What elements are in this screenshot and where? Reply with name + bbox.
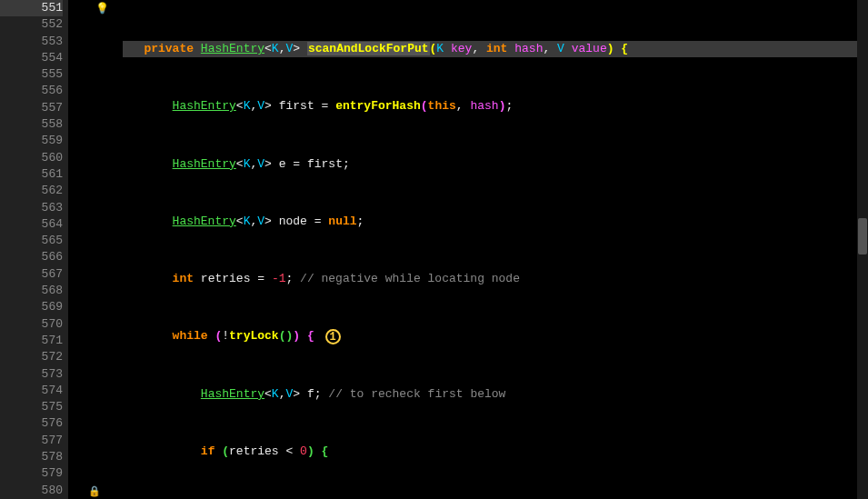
line-number[interactable]: 558	[0, 116, 63, 133]
line-number[interactable]: 562	[0, 183, 63, 199]
line-number[interactable]: 553	[0, 34, 63, 50]
comment: // to recheck first below	[328, 387, 505, 401]
line-number[interactable]: 577	[0, 433, 63, 449]
vertical-scrollbar[interactable]	[857, 0, 868, 499]
line-number[interactable]: 557	[0, 100, 63, 116]
line-number[interactable]: 563	[0, 200, 63, 216]
scrollbar-thumb[interactable]	[858, 218, 867, 254]
line-number[interactable]: 569	[0, 299, 63, 315]
line-number[interactable]: 561	[0, 166, 63, 183]
line-number[interactable]: 574	[0, 383, 63, 399]
type-hashentry: HashEntry	[201, 42, 264, 55]
line-number[interactable]: 578	[0, 449, 63, 465]
line-number[interactable]: 568	[0, 283, 63, 299]
line-number[interactable]: 575	[0, 399, 63, 415]
method-name: scanAndLockForPut	[308, 42, 429, 55]
brace: {	[621, 42, 628, 55]
line-number[interactable]: 560	[0, 150, 63, 166]
lock-icon: 🔒	[88, 485, 101, 497]
code-line[interactable]: private HashEntry<K,V> scanAndLockForPut…	[123, 41, 868, 57]
line-number[interactable]: 573	[0, 366, 63, 383]
line-number[interactable]: 551	[0, 0, 63, 16]
type-param: K	[272, 42, 279, 55]
line-number[interactable]: 564	[0, 216, 63, 233]
type-hashentry: HashEntry	[173, 99, 236, 113]
code-line[interactable]: HashEntry<K,V> e = first;	[123, 156, 868, 173]
line-number-gutter[interactable]: 551 552 553 554 555 556 557 558 559 560 …	[0, 0, 68, 499]
annotation-circle-1: 1	[325, 329, 341, 344]
line-number[interactable]: 572	[0, 349, 63, 365]
line-number[interactable]: 559	[0, 133, 63, 149]
code-editor: 551 552 553 554 555 556 557 558 559 560 …	[0, 0, 868, 499]
code-line[interactable]: int retries = -1; // negative while loca…	[123, 271, 868, 287]
code-line[interactable]: if (retries < 0) {	[123, 444, 868, 460]
caret-selection: scanAndLockForPut	[307, 42, 430, 55]
code-line[interactable]: HashEntry<K,V> node = null;	[123, 214, 868, 230]
line-number[interactable]: 565	[0, 233, 63, 249]
line-number[interactable]: 556	[0, 83, 63, 99]
code-line[interactable]: HashEntry<K,V> first = entryForHash(this…	[123, 98, 868, 115]
line-number[interactable]: 571	[0, 333, 63, 349]
line-number[interactable]: 579	[0, 465, 63, 482]
code-line[interactable]: while (!tryLock()) { 1	[123, 328, 868, 344]
code-line[interactable]: HashEntry<K,V> f; // to recheck first be…	[123, 386, 868, 403]
line-number[interactable]: 580	[0, 483, 63, 499]
code-area[interactable]: private HashEntry<K,V> scanAndLockForPut…	[123, 0, 868, 499]
line-number[interactable]: 567	[0, 266, 63, 283]
lightbulb-icon[interactable]: 💡	[95, 2, 109, 15]
gutter-marker-column: 💡 🔒	[68, 0, 123, 499]
line-number[interactable]: 566	[0, 249, 63, 265]
comment: // negative while locating node	[300, 272, 520, 285]
line-number[interactable]: 570	[0, 316, 63, 333]
line-number[interactable]: 554	[0, 50, 63, 66]
line-number[interactable]: 552	[0, 16, 63, 33]
keyword-private: private	[144, 42, 194, 55]
line-number[interactable]: 555	[0, 66, 63, 83]
line-number[interactable]: 576	[0, 415, 63, 432]
